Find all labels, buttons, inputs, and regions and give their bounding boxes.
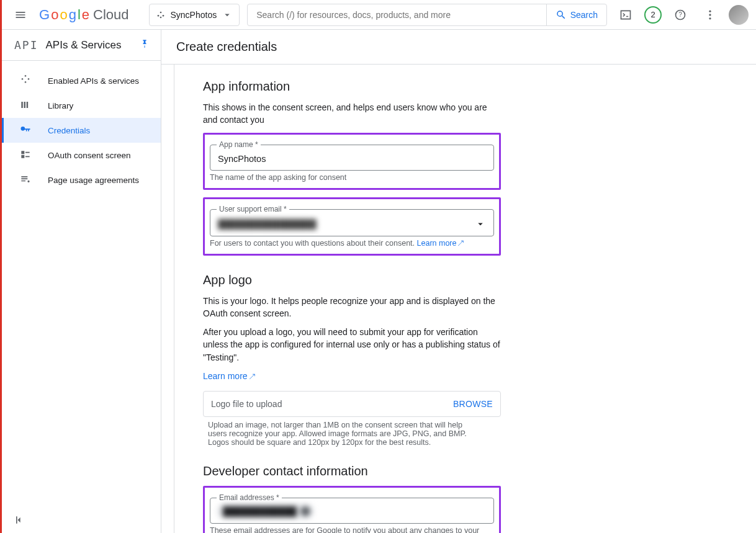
svg-point-2	[162, 15, 164, 17]
svg-point-6	[709, 10, 711, 12]
logo-upload-label: Logo file to upload	[211, 399, 282, 409]
logo-upload-row: Logo file to upload BROWSE	[203, 391, 501, 417]
search-button[interactable]: Search	[546, 4, 606, 25]
section-app-information: App information This shows in the consen…	[203, 79, 501, 256]
app-logo-desc1: This is your logo. It helps people recog…	[203, 295, 501, 320]
main: Create credentials App information This …	[161, 30, 756, 533]
account-avatar[interactable]	[729, 5, 749, 25]
grid-icon	[19, 74, 32, 86]
sidebar: API APIs & Services Enabled APIs & servi…	[2, 30, 161, 533]
svg-text:?: ?	[678, 11, 682, 18]
sidebar-item-label: Page usage agreements	[48, 176, 139, 185]
pin-button[interactable]	[140, 39, 150, 51]
terminal-icon	[619, 9, 632, 21]
app-logo-heading: App logo	[203, 273, 501, 287]
logo-cloud-text: Cloud	[93, 7, 128, 23]
nav-menu-button[interactable]	[9, 4, 32, 26]
sidebar-title: APIs & Services	[46, 39, 132, 52]
search-input[interactable]	[248, 10, 546, 20]
google-cloud-logo[interactable]: Google Cloud	[39, 7, 129, 23]
page-title: Create credentials	[161, 30, 756, 65]
kebab-icon	[704, 9, 716, 21]
sidebar-item-page-usage[interactable]: Page usage agreements	[2, 168, 161, 192]
dev-email-hint: These email addresses are for Google to …	[210, 526, 494, 533]
support-email-value: ████████████████	[218, 219, 317, 229]
dev-email-label: Email addresses *	[217, 493, 282, 502]
svg-point-0	[160, 11, 161, 13]
app-name-hint: The name of the app asking for consent	[210, 173, 494, 182]
search-icon	[556, 9, 567, 20]
sidebar-item-credentials[interactable]: Credentials	[2, 118, 161, 143]
support-email-label: User support email *	[217, 205, 289, 213]
browse-button[interactable]: BROWSE	[453, 399, 493, 409]
svg-point-7	[709, 14, 711, 16]
support-email-learn-more[interactable]: Learn more🡕	[417, 239, 465, 248]
library-icon	[19, 99, 32, 111]
dev-contact-heading: Developer contact information	[203, 464, 501, 478]
help-icon: ?	[674, 9, 686, 21]
nav-list: Enabled APIs & services Library Credenti…	[2, 61, 161, 192]
app-name-input[interactable]	[218, 154, 486, 164]
project-name: SyncPhotos	[171, 10, 217, 20]
top-bar: Google Cloud SyncPhotos Search 2 ?	[2, 0, 756, 30]
logo-upload-hint: Upload an image, not larger than 1MB on …	[203, 421, 476, 447]
more-menu-button[interactable]	[699, 4, 721, 26]
cloud-shell-button[interactable]	[614, 4, 637, 26]
chevron-left-icon	[13, 514, 25, 526]
key-icon	[19, 123, 32, 136]
project-selector[interactable]: SyncPhotos	[149, 4, 240, 26]
external-link-icon: 🡕	[249, 373, 256, 380]
remove-chip-icon[interactable]	[300, 506, 310, 516]
section-app-logo: App logo This is your logo. It helps peo…	[203, 273, 501, 447]
app-name-label: App name *	[217, 140, 261, 149]
sidebar-header: API APIs & Services	[2, 30, 161, 61]
app-name-group: App name * The name of the app asking fo…	[203, 133, 501, 190]
notification-badge[interactable]: 2	[644, 6, 662, 24]
svg-point-8	[709, 17, 711, 19]
hamburger-icon	[14, 9, 27, 21]
collapse-sidebar-button[interactable]	[13, 514, 25, 528]
support-email-group: User support email * ████████████████ Fo…	[203, 197, 501, 256]
layout: API APIs & Services Enabled APIs & servi…	[2, 30, 756, 533]
sidebar-item-label: Library	[48, 101, 73, 110]
app-logo-learn-more[interactable]: Learn more🡕	[203, 371, 256, 381]
project-icon	[156, 10, 166, 20]
email-chip[interactable]: ████████████	[217, 503, 314, 519]
app-logo-desc2: After you upload a logo, you will need t…	[203, 326, 501, 364]
dev-email-field[interactable]: Email addresses * ████████████	[210, 498, 494, 524]
app-name-field: App name *	[210, 145, 494, 171]
chevron-down-icon	[475, 218, 486, 230]
external-link-icon: 🡕	[457, 240, 464, 247]
pin-icon	[140, 39, 150, 49]
chevron-down-icon	[222, 9, 233, 20]
trial-count: 2	[650, 10, 655, 19]
search-bar: Search	[247, 4, 607, 26]
support-email-hint-text: For users to contact you with questions …	[210, 239, 415, 248]
help-button[interactable]: ?	[669, 4, 691, 26]
search-button-label: Search	[570, 10, 598, 20]
sidebar-item-library[interactable]: Library	[2, 93, 161, 118]
svg-point-3	[160, 16, 161, 18]
sidebar-item-oauth-consent[interactable]: OAuth consent screen	[2, 143, 161, 168]
dev-email-group: Email addresses * ████████████ These ema…	[203, 486, 501, 533]
section-developer-contact: Developer contact information Email addr…	[203, 464, 501, 533]
sidebar-item-label: Enabled APIs & services	[48, 76, 139, 86]
support-email-hint: For users to contact you with questions …	[210, 239, 494, 248]
app-info-heading: App information	[203, 79, 501, 94]
agreement-icon	[19, 173, 32, 186]
product-glyph: API	[14, 38, 38, 52]
consent-icon	[19, 148, 32, 161]
sidebar-item-enabled-apis[interactable]: Enabled APIs & services	[2, 68, 161, 93]
sidebar-item-label: OAuth consent screen	[48, 151, 131, 160]
sidebar-item-label: Credentials	[48, 126, 90, 135]
svg-point-1	[157, 15, 159, 17]
app-info-desc: This shows in the consent screen, and he…	[203, 101, 501, 127]
content: App information This shows in the consen…	[174, 65, 756, 533]
support-email-select[interactable]: User support email * ████████████████	[210, 209, 494, 236]
